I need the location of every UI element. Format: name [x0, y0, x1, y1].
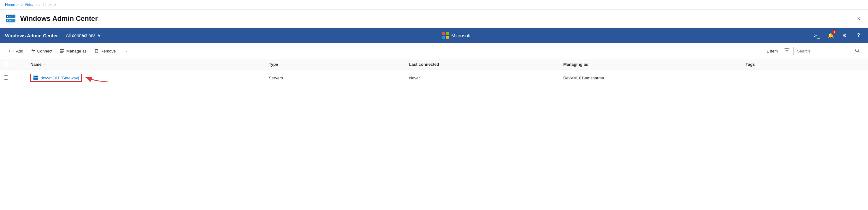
nav-connections-button[interactable]: All connections ∨ — [66, 33, 101, 38]
breadcrumb-home[interactable]: Home — [5, 2, 15, 7]
svg-rect-14 — [60, 52, 63, 53]
page-title: Windows Admin Center — [20, 15, 846, 23]
ms-squares — [442, 32, 449, 38]
svg-rect-2 — [7, 16, 8, 17]
nav-brand: Windows Admin Center — [5, 33, 58, 38]
managing-as-label: Managing as — [563, 62, 588, 67]
more-button[interactable]: ··· — [120, 47, 130, 55]
connection-name-link[interactable]: devvm101 [Gateway] — [40, 76, 79, 80]
chevron-down-icon: ∨ — [97, 33, 101, 38]
microsoft-logo: Microsoft — [442, 32, 470, 38]
row-type-cell: Servers — [265, 70, 405, 86]
type-column-label: Type — [269, 62, 278, 67]
svg-rect-13 — [60, 51, 64, 52]
nav-actions: >_ 🔔 1 ⚙ ? — [812, 31, 863, 40]
app-icon — [5, 13, 17, 24]
ms-square-green — [446, 32, 449, 35]
terminal-button[interactable]: >_ — [812, 31, 821, 40]
nav-bar: Windows Admin Center All connections ∨ M… — [0, 28, 868, 43]
svg-rect-23 — [33, 76, 34, 77]
table-header-row: Name ↑ Type Last connected Managing as T… — [0, 59, 868, 70]
help-button[interactable]: ? — [854, 31, 863, 40]
close-button[interactable]: × — [855, 14, 863, 23]
search-icon — [855, 48, 860, 54]
search-box — [794, 47, 863, 55]
connect-button[interactable]: Connect — [28, 47, 56, 56]
search-input[interactable] — [797, 49, 855, 53]
breadcrumb-sep-1: > — [17, 2, 19, 7]
title-more-button[interactable]: ··· — [850, 16, 855, 22]
header-name[interactable]: Name ↑ — [27, 59, 265, 70]
breadcrumb-sep-3: > — [54, 2, 56, 7]
remove-button[interactable]: Remove — [91, 47, 119, 56]
row-tags-cell — [742, 70, 868, 86]
row-type: Servers — [269, 76, 283, 80]
row-last-connected: Never — [409, 76, 420, 80]
manage-icon — [60, 48, 64, 54]
ellipsis-icon: ··· — [123, 49, 127, 53]
connections-table: Name ↑ Type Last connected Managing as T… — [0, 59, 868, 86]
settings-button[interactable]: ⚙ — [840, 31, 849, 40]
item-count: 1 item — [767, 49, 778, 53]
notification-badge: 1 — [832, 30, 836, 34]
header-tags[interactable]: Tags — [742, 59, 868, 70]
add-label: + Add — [12, 49, 23, 53]
name-column-label: Name — [30, 62, 41, 67]
svg-rect-16 — [95, 49, 98, 50]
row-name-cell: devvm101 [Gateway] — [27, 70, 265, 86]
manage-as-button[interactable]: Manage as — [57, 47, 90, 56]
svg-rect-25 — [33, 79, 34, 80]
header-type[interactable]: Type — [265, 59, 405, 70]
svg-rect-10 — [32, 50, 35, 51]
ms-square-yellow — [446, 36, 449, 38]
row-checkbox[interactable] — [4, 75, 8, 80]
nav-center: Microsoft — [101, 32, 812, 38]
annotation-arrow — [83, 72, 112, 84]
svg-line-21 — [858, 51, 860, 53]
add-icon: + — [8, 48, 11, 53]
ms-square-red — [442, 32, 445, 35]
breadcrumb-sep-2: > — [21, 2, 23, 7]
breadcrumb: Home > > Virtual machines > — [0, 0, 868, 10]
terminal-icon: >_ — [814, 32, 820, 38]
trash-icon — [94, 48, 99, 54]
row-managing-as: DevVM101\amsharma — [563, 76, 604, 80]
svg-rect-7 — [9, 20, 11, 21]
last-connected-label: Last connected — [409, 62, 439, 67]
gear-icon: ⚙ — [842, 32, 847, 38]
remove-label: Remove — [101, 49, 116, 53]
header-select — [0, 59, 27, 70]
connect-label: Connect — [37, 49, 52, 53]
svg-rect-17 — [95, 50, 98, 53]
svg-rect-5 — [7, 20, 8, 21]
table-row: devvm101 [Gateway] Servers — [0, 70, 868, 86]
filter-button[interactable] — [781, 46, 792, 56]
row-highlight-wrapper: devvm101 [Gateway] — [30, 74, 82, 82]
toolbar: + + Add Connect Manage as — [0, 43, 868, 59]
svg-rect-12 — [60, 49, 64, 50]
header-last-connected[interactable]: Last connected — [405, 59, 559, 70]
svg-rect-11 — [33, 51, 33, 53]
nav-connections-label: All connections — [66, 33, 96, 38]
breadcrumb-devvm101[interactable]: Virtual machines — [25, 2, 53, 7]
svg-rect-6 — [9, 16, 11, 17]
microsoft-label: Microsoft — [451, 33, 470, 38]
filter-icon — [784, 49, 790, 54]
select-all-checkbox[interactable] — [4, 62, 8, 66]
add-button[interactable]: + + Add — [5, 47, 27, 55]
manage-as-label: Manage as — [66, 49, 87, 53]
row-checkbox-cell — [0, 70, 27, 86]
ms-square-blue — [442, 36, 445, 38]
row-highlight-box: devvm101 [Gateway] — [30, 74, 82, 82]
server-icon — [33, 75, 38, 81]
title-bar: Windows Admin Center ··· × — [0, 10, 868, 28]
help-icon: ? — [857, 32, 860, 38]
row-last-connected-cell: Never — [405, 70, 559, 86]
connect-icon — [31, 48, 35, 54]
notification-button[interactable]: 🔔 1 — [826, 31, 835, 40]
svg-rect-15 — [96, 49, 97, 49]
sort-icon: ↑ — [44, 62, 46, 67]
tags-label: Tags — [746, 62, 755, 67]
row-managing-as-cell: DevVM101\amsharma — [559, 70, 742, 86]
header-managing-as[interactable]: Managing as — [559, 59, 742, 70]
